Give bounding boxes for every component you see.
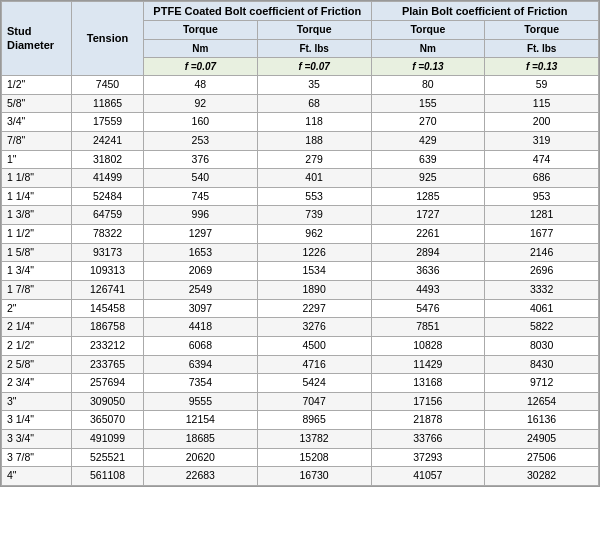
table-row: 5/8"118659268155115 — [2, 94, 599, 113]
plain-nm-cell: 639 — [371, 150, 485, 169]
table-row: 1 3/8"6475999673917271281 — [2, 206, 599, 225]
ptfe-nm-cell: 253 — [144, 131, 258, 150]
table-row: 2"1454583097229754764061 — [2, 299, 599, 318]
plain-ftlbs-cell: 27506 — [485, 448, 599, 467]
plain-ftlbs-cell: 115 — [485, 94, 599, 113]
plain-nm-cell: 7851 — [371, 318, 485, 337]
ptfe-nm-cell: 7354 — [144, 374, 258, 393]
plain-ftlbs-cell: 953 — [485, 187, 599, 206]
ptfe-nm-cell: 6068 — [144, 336, 258, 355]
plain-nm-cell: 1285 — [371, 187, 485, 206]
ptfe-ftlbs-cell: 118 — [257, 113, 371, 132]
table-row: 1"31802376279639474 — [2, 150, 599, 169]
size-cell: 3/4" — [2, 113, 72, 132]
plain-nm-cell: 2894 — [371, 243, 485, 262]
tension-cell: 233765 — [72, 355, 144, 374]
tension-cell: 109313 — [72, 262, 144, 281]
plain-ftlbs-cell: 319 — [485, 131, 599, 150]
tension-cell: 31802 — [72, 150, 144, 169]
ptfe-ftlbs-cell: 1226 — [257, 243, 371, 262]
tension-cell: 64759 — [72, 206, 144, 225]
tension-cell: 257694 — [72, 374, 144, 393]
plain-ftlbs-cell: 16136 — [485, 411, 599, 430]
size-cell: 3" — [2, 392, 72, 411]
ptfe-ftlbs-cell: 13782 — [257, 430, 371, 449]
table-row: 2 5/8"23376563944716114298430 — [2, 355, 599, 374]
ptfe-ftlbs-cell: 4716 — [257, 355, 371, 374]
size-cell: 1" — [2, 150, 72, 169]
plain-ftlbs-cell: 474 — [485, 150, 599, 169]
tension-header: Tension — [72, 2, 144, 76]
table-row: 4"56110822683167304105730282 — [2, 467, 599, 486]
plain-nm-cell: 2261 — [371, 225, 485, 244]
table-row: 2 1/4"1867584418327678515822 — [2, 318, 599, 337]
unit-nm2-header: Nm — [371, 39, 485, 57]
size-cell: 2" — [2, 299, 72, 318]
plain-torque2-header: Torque — [485, 21, 599, 40]
size-cell: 1 3/8" — [2, 206, 72, 225]
f4-header: f =0.13 — [485, 57, 599, 75]
table-row: 3"309050955570471715612654 — [2, 392, 599, 411]
size-cell: 4" — [2, 467, 72, 486]
f1-header: f =0.07 — [144, 57, 258, 75]
size-cell: 1 1/2" — [2, 225, 72, 244]
ptfe-nm-cell: 6394 — [144, 355, 258, 374]
table-row: 2 1/2"23321260684500108288030 — [2, 336, 599, 355]
f2-header: f =0.07 — [257, 57, 371, 75]
ptfe-nm-cell: 22683 — [144, 467, 258, 486]
ptfe-nm-cell: 18685 — [144, 430, 258, 449]
ptfe-ftlbs-cell: 1890 — [257, 280, 371, 299]
plain-ftlbs-cell: 2696 — [485, 262, 599, 281]
plain-ftlbs-cell: 5822 — [485, 318, 599, 337]
plain-ftlbs-cell: 24905 — [485, 430, 599, 449]
table-row: 1/2"745048358059 — [2, 75, 599, 94]
ptfe-nm-cell: 996 — [144, 206, 258, 225]
tension-cell: 365070 — [72, 411, 144, 430]
ptfe-nm-cell: 92 — [144, 94, 258, 113]
ptfe-nm-cell: 1297 — [144, 225, 258, 244]
stud-diameter-header: Stud Diameter — [2, 2, 72, 76]
size-cell: 1 3/4" — [2, 262, 72, 281]
plain-ftlbs-cell: 3332 — [485, 280, 599, 299]
size-cell: 2 5/8" — [2, 355, 72, 374]
tension-cell: 93173 — [72, 243, 144, 262]
ptfe-ftlbs-cell: 962 — [257, 225, 371, 244]
plain-ftlbs-cell: 2146 — [485, 243, 599, 262]
ptfe-nm-cell: 3097 — [144, 299, 258, 318]
tension-cell: 41499 — [72, 169, 144, 188]
ptfe-nm-cell: 540 — [144, 169, 258, 188]
table-row: 1 1/8"41499540401925686 — [2, 169, 599, 188]
ptfe-ftlbs-cell: 16730 — [257, 467, 371, 486]
size-cell: 3 7/8" — [2, 448, 72, 467]
ptfe-nm-cell: 2069 — [144, 262, 258, 281]
plain-nm-cell: 33766 — [371, 430, 485, 449]
ptfe-nm-cell: 745 — [144, 187, 258, 206]
plain-ftlbs-cell: 4061 — [485, 299, 599, 318]
ptfe-torque2-header: Torque — [257, 21, 371, 40]
ptfe-ftlbs-cell: 7047 — [257, 392, 371, 411]
size-cell: 1 5/8" — [2, 243, 72, 262]
ptfe-nm-cell: 1653 — [144, 243, 258, 262]
ptfe-nm-cell: 20620 — [144, 448, 258, 467]
tension-cell: 7450 — [72, 75, 144, 94]
table-row: 1 1/4"524847455531285953 — [2, 187, 599, 206]
ptfe-header: PTFE Coated Bolt coefficient of Friction — [144, 2, 372, 21]
ptfe-nm-cell: 376 — [144, 150, 258, 169]
tension-cell: 561108 — [72, 467, 144, 486]
ptfe-nm-cell: 2549 — [144, 280, 258, 299]
table-row: 3 1/4"3650701215489652187816136 — [2, 411, 599, 430]
ptfe-torque1-header: Torque — [144, 21, 258, 40]
tension-cell: 233212 — [72, 336, 144, 355]
plain-nm-cell: 155 — [371, 94, 485, 113]
size-cell: 1 7/8" — [2, 280, 72, 299]
ptfe-nm-cell: 48 — [144, 75, 258, 94]
table-row: 3 7/8"52552120620152083729327506 — [2, 448, 599, 467]
ptfe-ftlbs-cell: 188 — [257, 131, 371, 150]
tension-cell: 11865 — [72, 94, 144, 113]
plain-nm-cell: 3636 — [371, 262, 485, 281]
table-row: 3 3/4"49109918685137823376624905 — [2, 430, 599, 449]
tension-cell: 491099 — [72, 430, 144, 449]
size-cell: 5/8" — [2, 94, 72, 113]
plain-nm-cell: 13168 — [371, 374, 485, 393]
tension-cell: 525521 — [72, 448, 144, 467]
